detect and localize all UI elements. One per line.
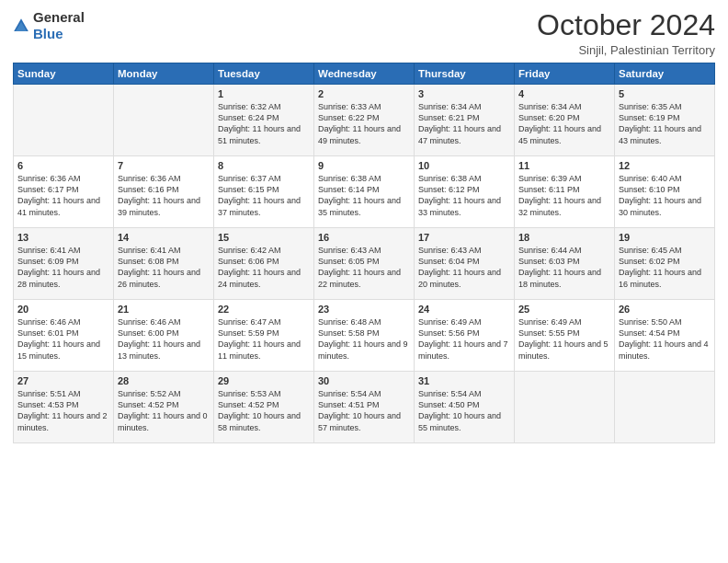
cell-info: Sunrise: 6:46 AMSunset: 6:01 PMDaylight:… (17, 316, 109, 362)
cell-info: Sunrise: 5:54 AMSunset: 4:51 PMDaylight:… (318, 388, 410, 433)
calendar-cell: 15Sunrise: 6:42 AMSunset: 6:06 PMDayligh… (214, 228, 314, 300)
day-number: 17 (418, 232, 510, 243)
cell-info: Sunrise: 6:45 AMSunset: 6:02 PMDaylight:… (619, 245, 711, 290)
cell-info: Sunrise: 6:49 AMSunset: 5:55 PMDaylight:… (518, 316, 610, 362)
day-number: 25 (518, 304, 610, 315)
cell-info: Sunrise: 5:52 AMSunset: 4:52 PMDaylight:… (118, 388, 210, 433)
month-title: October 2024 (537, 9, 715, 41)
day-number: 21 (118, 304, 210, 315)
logo-icon (13, 17, 29, 34)
calendar-cell: 12Sunrise: 6:40 AMSunset: 6:10 PMDayligh… (615, 156, 715, 228)
calendar-cell (114, 85, 214, 156)
calendar-week-row: 20Sunrise: 6:46 AMSunset: 6:01 PMDayligh… (14, 300, 715, 372)
cell-info: Sunrise: 6:35 AMSunset: 6:19 PMDaylight:… (619, 101, 711, 146)
cell-info: Sunrise: 6:41 AMSunset: 6:09 PMDaylight:… (17, 245, 109, 290)
day-number: 5 (619, 88, 711, 99)
calendar-cell: 27Sunrise: 5:51 AMSunset: 4:53 PMDayligh… (14, 372, 114, 443)
logo-blue: Blue (33, 26, 63, 41)
calendar-cell: 30Sunrise: 5:54 AMSunset: 4:51 PMDayligh… (314, 372, 415, 443)
day-number: 28 (118, 375, 210, 386)
cell-info: Sunrise: 6:33 AMSunset: 6:22 PMDaylight:… (318, 101, 410, 146)
cell-info: Sunrise: 6:43 AMSunset: 6:04 PMDaylight:… (418, 245, 510, 290)
day-number: 10 (418, 160, 510, 171)
calendar-cell: 11Sunrise: 6:39 AMSunset: 6:11 PMDayligh… (515, 156, 615, 228)
day-number: 3 (418, 88, 510, 99)
calendar-cell: 20Sunrise: 6:46 AMSunset: 6:01 PMDayligh… (14, 300, 114, 372)
day-number: 20 (17, 304, 109, 315)
day-number: 26 (619, 304, 711, 315)
day-number: 11 (518, 160, 610, 171)
day-of-week-header: Thursday (415, 63, 515, 85)
day-of-week-header: Wednesday (314, 63, 415, 85)
day-number: 24 (418, 304, 510, 315)
day-of-week-header: Saturday (615, 63, 715, 85)
calendar-cell: 19Sunrise: 6:45 AMSunset: 6:02 PMDayligh… (615, 228, 715, 300)
calendar-cell: 5Sunrise: 6:35 AMSunset: 6:19 PMDaylight… (615, 85, 715, 156)
cell-info: Sunrise: 6:47 AMSunset: 5:59 PMDaylight:… (218, 316, 310, 362)
cell-info: Sunrise: 5:51 AMSunset: 4:53 PMDaylight:… (17, 388, 109, 433)
day-number: 7 (118, 160, 210, 171)
cell-info: Sunrise: 6:37 AMSunset: 6:15 PMDaylight:… (218, 173, 310, 218)
calendar-cell: 7Sunrise: 6:36 AMSunset: 6:16 PMDaylight… (114, 156, 214, 228)
cell-info: Sunrise: 6:34 AMSunset: 6:20 PMDaylight:… (518, 101, 610, 146)
day-number: 2 (318, 88, 410, 99)
cell-info: Sunrise: 5:54 AMSunset: 4:50 PMDaylight:… (418, 388, 510, 433)
day-of-week-header: Sunday (14, 63, 114, 85)
day-number: 15 (218, 232, 310, 243)
day-number: 4 (518, 88, 610, 99)
cell-info: Sunrise: 6:39 AMSunset: 6:11 PMDaylight:… (518, 173, 610, 218)
calendar-cell (515, 372, 615, 443)
calendar-cell: 18Sunrise: 6:44 AMSunset: 6:03 PMDayligh… (515, 228, 615, 300)
calendar-cell: 28Sunrise: 5:52 AMSunset: 4:52 PMDayligh… (114, 372, 214, 443)
cell-info: Sunrise: 6:32 AMSunset: 6:24 PMDaylight:… (218, 101, 310, 146)
calendar-cell: 29Sunrise: 5:53 AMSunset: 4:52 PMDayligh… (214, 372, 314, 443)
cell-info: Sunrise: 6:48 AMSunset: 5:58 PMDaylight:… (318, 316, 410, 362)
calendar-cell: 31Sunrise: 5:54 AMSunset: 4:50 PMDayligh… (415, 372, 515, 443)
day-number: 31 (418, 375, 510, 386)
main-container: General Blue October 2024 Sinjil, Palest… (0, 0, 728, 451)
day-of-week-header: Friday (515, 63, 615, 85)
calendar-cell: 2Sunrise: 6:33 AMSunset: 6:22 PMDaylight… (314, 85, 415, 156)
cell-info: Sunrise: 6:36 AMSunset: 6:16 PMDaylight:… (118, 173, 210, 218)
cell-info: Sunrise: 6:36 AMSunset: 6:17 PMDaylight:… (17, 173, 109, 218)
calendar-cell: 13Sunrise: 6:41 AMSunset: 6:09 PMDayligh… (14, 228, 114, 300)
cell-info: Sunrise: 6:42 AMSunset: 6:06 PMDaylight:… (218, 245, 310, 290)
day-number: 23 (318, 304, 410, 315)
logo-text: General Blue (33, 9, 85, 42)
calendar-week-row: 13Sunrise: 6:41 AMSunset: 6:09 PMDayligh… (14, 228, 715, 300)
day-number: 18 (518, 232, 610, 243)
cell-info: Sunrise: 6:40 AMSunset: 6:10 PMDaylight:… (619, 173, 711, 218)
calendar-cell: 4Sunrise: 6:34 AMSunset: 6:20 PMDaylight… (515, 85, 615, 156)
calendar-cell: 25Sunrise: 6:49 AMSunset: 5:55 PMDayligh… (515, 300, 615, 372)
day-number: 27 (17, 375, 109, 386)
calendar-cell: 14Sunrise: 6:41 AMSunset: 6:08 PMDayligh… (114, 228, 214, 300)
title-section: October 2024 Sinjil, Palestinian Territo… (537, 9, 715, 57)
day-number: 29 (218, 375, 310, 386)
day-number: 19 (619, 232, 711, 243)
calendar-cell: 6Sunrise: 6:36 AMSunset: 6:17 PMDaylight… (14, 156, 114, 228)
cell-info: Sunrise: 5:50 AMSunset: 4:54 PMDaylight:… (619, 316, 711, 362)
calendar-table: SundayMondayTuesdayWednesdayThursdayFrid… (13, 63, 715, 443)
location: Sinjil, Palestinian Territory (537, 43, 715, 57)
day-number: 12 (619, 160, 711, 171)
calendar-week-row: 1Sunrise: 6:32 AMSunset: 6:24 PMDaylight… (14, 85, 715, 156)
calendar-cell: 26Sunrise: 5:50 AMSunset: 4:54 PMDayligh… (615, 300, 715, 372)
day-number: 30 (318, 375, 410, 386)
calendar-cell: 8Sunrise: 6:37 AMSunset: 6:15 PMDaylight… (214, 156, 314, 228)
cell-info: Sunrise: 5:53 AMSunset: 4:52 PMDaylight:… (218, 388, 310, 433)
calendar-cell: 10Sunrise: 6:38 AMSunset: 6:12 PMDayligh… (415, 156, 515, 228)
calendar-cell: 22Sunrise: 6:47 AMSunset: 5:59 PMDayligh… (214, 300, 314, 372)
day-number: 9 (318, 160, 410, 171)
day-number: 8 (218, 160, 310, 171)
day-of-week-header: Tuesday (214, 63, 314, 85)
cell-info: Sunrise: 6:38 AMSunset: 6:14 PMDaylight:… (318, 173, 410, 218)
calendar-cell (615, 372, 715, 443)
cell-info: Sunrise: 6:44 AMSunset: 6:03 PMDaylight:… (518, 245, 610, 290)
header: General Blue October 2024 Sinjil, Palest… (13, 9, 715, 57)
header-row: SundayMondayTuesdayWednesdayThursdayFrid… (14, 63, 715, 85)
calendar-cell: 24Sunrise: 6:49 AMSunset: 5:56 PMDayligh… (415, 300, 515, 372)
logo-general: General (33, 9, 85, 25)
day-number: 6 (17, 160, 109, 171)
calendar-cell: 17Sunrise: 6:43 AMSunset: 6:04 PMDayligh… (415, 228, 515, 300)
day-of-week-header: Monday (114, 63, 214, 85)
